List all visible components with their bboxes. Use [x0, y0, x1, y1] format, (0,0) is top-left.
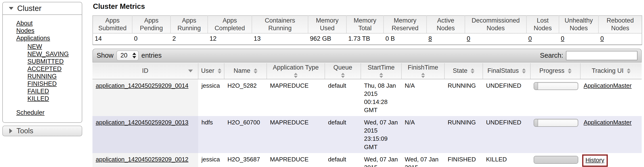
- cluster-links: About Nodes Applications: [3, 20, 82, 42]
- metrics-header-apps-completed: Apps Completed: [208, 16, 252, 33]
- entries-label: entries: [142, 52, 162, 59]
- tracking-ui-link[interactable]: ApplicationMaster: [584, 119, 632, 126]
- sort-icon: [341, 73, 345, 78]
- cell-finishtime: Wed, 07 Jan 2015 23:08:15 GMT: [402, 153, 444, 167]
- cell-starttime: Thu, 08 Jan 2015 00:14:28 GMT: [361, 79, 402, 116]
- column-header-name[interactable]: Name: [224, 63, 267, 79]
- page-size-select[interactable]: 20: [116, 51, 139, 61]
- application-row: application_1420450259209_0014 jessica H…: [92, 79, 642, 116]
- sidebar-item-running[interactable]: RUNNING: [28, 73, 57, 80]
- sidebar-item-new-saving[interactable]: NEW_SAVING: [28, 51, 69, 57]
- column-header-user[interactable]: User: [198, 63, 224, 79]
- applications-header-row: ID User Name Application Type Queue: [92, 63, 642, 79]
- tools-nav-header[interactable]: Tools: [2, 126, 82, 136]
- cell-finalstatus: KILLED: [483, 153, 530, 167]
- sort-icon: [294, 73, 298, 78]
- search-label: Search:: [540, 52, 563, 59]
- sort-icon: [380, 73, 383, 78]
- metric-memory-used: 962 GB: [308, 33, 346, 45]
- cluster-nav-panel: Cluster About Nodes Applications NEW NEW…: [2, 2, 82, 123]
- cell-queue: default: [325, 116, 361, 153]
- column-header-id-label: ID: [142, 67, 148, 74]
- page-title: Cluster Metrics: [93, 2, 642, 11]
- search-area: Search:: [540, 51, 638, 60]
- cell-state: FINISHED: [444, 153, 483, 167]
- sidebar-item-about[interactable]: About: [16, 20, 33, 27]
- sidebar-item-nodes[interactable]: Nodes: [16, 27, 34, 34]
- application-id-link[interactable]: application_1420450259209_0014: [96, 82, 188, 89]
- column-header-finalstatus[interactable]: FinalStatus: [483, 63, 530, 79]
- metric-apps-submitted: 14: [93, 33, 132, 45]
- table-controls-toolbar: Show 20 entries Search:: [92, 49, 642, 63]
- cell-name: H2O_60700: [224, 116, 267, 153]
- cell-finishtime: N/A: [402, 79, 444, 116]
- cell-queue: default: [325, 79, 361, 116]
- column-header-queue[interactable]: Queue: [325, 63, 361, 79]
- cell-queue: default: [325, 153, 361, 167]
- cell-name: H2O_35687: [224, 153, 267, 167]
- applications-table: ID User Name Application Type Queue: [92, 63, 642, 167]
- sort-desc-icon: [188, 70, 193, 72]
- cell-application-type: MAPREDUCE: [267, 153, 325, 167]
- tracking-ui-link[interactable]: ApplicationMaster: [584, 82, 632, 89]
- application-id-link[interactable]: application_1420450259209_0012: [96, 156, 188, 163]
- cell-state: RUNNING: [444, 79, 483, 116]
- app-state-links: NEW NEW_SAVING SUBMITTED ACCEPTED RUNNIN…: [3, 43, 82, 102]
- page-size-value: 20: [117, 51, 132, 60]
- sidebar-item-finished[interactable]: FINISHED: [28, 80, 57, 87]
- application-id-link[interactable]: application_1420450259209_0013: [96, 119, 188, 126]
- metrics-header-memory-reserved: Memory Reserved: [384, 16, 426, 33]
- cell-starttime: Wed, 07 Jan 2015 20:56:24 GMT: [361, 153, 402, 167]
- metrics-header-apps-running: Apps Running: [170, 16, 208, 33]
- metric-apps-completed: 12: [208, 33, 252, 45]
- collapse-arrow-icon: [9, 7, 14, 10]
- column-header-tracking-ui[interactable]: Tracking UI: [580, 63, 642, 79]
- metrics-header-active-nodes: Active Nodes: [426, 16, 465, 33]
- cell-starttime: Wed, 07 Jan 2015 23:15:09 GMT: [361, 116, 402, 153]
- column-header-application-type[interactable]: Application Type: [267, 63, 325, 79]
- cell-user: jessica: [198, 153, 224, 167]
- metrics-header-unhealthy-nodes: Unhealthy Nodes: [559, 16, 598, 33]
- metric-apps-pending: 0: [132, 33, 170, 45]
- sidebar-item-accepted[interactable]: ACCEPTED: [28, 65, 62, 72]
- metric-lost-nodes-link[interactable]: 0: [528, 35, 532, 42]
- metric-decommissioned-nodes-link[interactable]: 0: [467, 35, 470, 42]
- column-header-starttime[interactable]: StartTime: [361, 63, 402, 79]
- progress-bar: [534, 82, 578, 90]
- column-header-finishtime[interactable]: FinishTime: [402, 63, 444, 79]
- progress-bar: [534, 156, 578, 164]
- search-input[interactable]: [566, 51, 638, 60]
- application-row: application_1420450259209_0012 jessica H…: [92, 153, 642, 167]
- metric-apps-running: 2: [170, 33, 208, 45]
- cell-application-type: MAPREDUCE: [267, 116, 325, 153]
- sidebar-item-killed[interactable]: KILLED: [28, 95, 49, 102]
- cell-finalstatus: UNDEFINED: [483, 116, 530, 153]
- history-highlight-box: History: [582, 154, 608, 167]
- column-header-state[interactable]: State: [444, 63, 483, 79]
- metric-memory-total: 1.73 TB: [346, 33, 384, 45]
- column-header-id[interactable]: ID: [92, 63, 198, 79]
- cell-state: RUNNING: [444, 116, 483, 153]
- scheduler-link-list: Scheduler: [3, 109, 82, 116]
- sort-icon: [471, 68, 474, 74]
- cluster-nav-body: About Nodes Applications NEW NEW_SAVING …: [3, 15, 82, 122]
- metric-unhealthy-nodes-link[interactable]: 0: [561, 35, 564, 42]
- metric-active-nodes-link[interactable]: 8: [428, 35, 432, 42]
- metrics-header-memory-used: Memory Used: [308, 16, 346, 33]
- sort-icon: [568, 68, 572, 74]
- column-header-progress[interactable]: Progress: [530, 63, 580, 79]
- sidebar-item-submitted[interactable]: SUBMITTED: [28, 58, 64, 65]
- sort-icon: [218, 68, 222, 74]
- sidebar-item-applications[interactable]: Applications: [16, 35, 50, 42]
- sidebar-item-new[interactable]: NEW: [28, 43, 42, 50]
- select-stepper-icon: [132, 51, 138, 60]
- tracking-ui-link[interactable]: History: [586, 156, 604, 163]
- cell-finishtime: N/A: [402, 116, 444, 153]
- metrics-header-apps-submitted: Apps Submitted: [93, 16, 132, 33]
- cell-finalstatus: UNDEFINED: [483, 79, 530, 116]
- metric-rebooted-nodes-link[interactable]: 0: [600, 35, 604, 42]
- metrics-header-apps-pending: Apps Pending: [132, 16, 170, 33]
- sidebar-item-scheduler[interactable]: Scheduler: [16, 109, 44, 116]
- sidebar-item-failed[interactable]: FAILED: [28, 88, 49, 95]
- cluster-nav-header[interactable]: Cluster: [3, 2, 82, 15]
